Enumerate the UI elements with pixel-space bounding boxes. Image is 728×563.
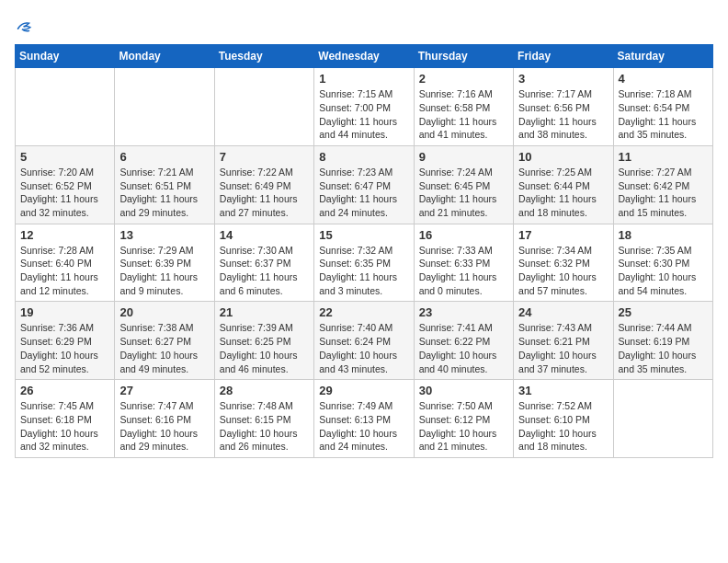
day-info: Sunrise: 7:20 AM Sunset: 6:52 PM Dayligh… — [20, 166, 109, 220]
calendar-cell: 5Sunrise: 7:20 AM Sunset: 6:52 PM Daylig… — [16, 145, 115, 224]
day-number: 10 — [518, 150, 608, 164]
calendar-cell: 13Sunrise: 7:29 AM Sunset: 6:39 PM Dayli… — [115, 224, 214, 302]
day-number: 3 — [518, 72, 608, 86]
week-row-2: 5Sunrise: 7:20 AM Sunset: 6:52 PM Daylig… — [16, 145, 713, 224]
day-info: Sunrise: 7:52 AM Sunset: 6:10 PM Dayligh… — [518, 399, 608, 454]
day-number: 16 — [419, 228, 508, 242]
day-info: Sunrise: 7:39 AM Sunset: 6:25 PM Dayligh… — [220, 321, 309, 375]
day-number: 19 — [20, 305, 109, 319]
day-number: 6 — [119, 150, 209, 164]
logo-bird-icon — [17, 18, 33, 35]
day-info: Sunrise: 7:30 AM Sunset: 6:37 PM Dayligh… — [220, 244, 309, 298]
calendar-cell: 3Sunrise: 7:17 AM Sunset: 6:56 PM Daylig… — [514, 68, 613, 146]
week-row-3: 12Sunrise: 7:28 AM Sunset: 6:40 PM Dayli… — [16, 224, 713, 302]
calendar-cell: 24Sunrise: 7:43 AM Sunset: 6:21 PM Dayli… — [514, 302, 613, 380]
calendar-cell: 27Sunrise: 7:47 AM Sunset: 6:16 PM Dayli… — [115, 380, 214, 458]
day-info: Sunrise: 7:29 AM Sunset: 6:39 PM Dayligh… — [119, 244, 209, 298]
calendar-cell: 17Sunrise: 7:34 AM Sunset: 6:32 PM Dayli… — [514, 224, 613, 302]
header-saturday: Saturday — [613, 45, 712, 68]
day-info: Sunrise: 7:45 AM Sunset: 6:18 PM Dayligh… — [20, 399, 109, 454]
day-number: 26 — [20, 384, 109, 397]
day-number: 30 — [419, 384, 508, 397]
day-number: 14 — [220, 228, 309, 242]
day-info: Sunrise: 7:28 AM Sunset: 6:40 PM Dayligh… — [20, 244, 109, 298]
day-info: Sunrise: 7:49 AM Sunset: 6:13 PM Dayligh… — [319, 399, 408, 454]
day-info: Sunrise: 7:44 AM Sunset: 6:19 PM Dayligh… — [619, 321, 708, 375]
calendar-cell: 9Sunrise: 7:24 AM Sunset: 6:45 PM Daylig… — [414, 145, 513, 224]
calendar-cell: 28Sunrise: 7:48 AM Sunset: 6:15 PM Dayli… — [214, 380, 313, 458]
day-number: 4 — [619, 72, 708, 86]
day-number: 27 — [119, 384, 209, 397]
week-row-4: 19Sunrise: 7:36 AM Sunset: 6:29 PM Dayli… — [16, 302, 713, 380]
logo — [15, 15, 33, 37]
day-info: Sunrise: 7:32 AM Sunset: 6:35 PM Dayligh… — [319, 244, 408, 298]
day-number: 9 — [419, 150, 508, 164]
calendar-cell: 14Sunrise: 7:30 AM Sunset: 6:37 PM Dayli… — [214, 224, 313, 302]
day-number: 1 — [319, 72, 408, 86]
calendar-cell: 8Sunrise: 7:23 AM Sunset: 6:47 PM Daylig… — [314, 145, 414, 224]
day-info: Sunrise: 7:43 AM Sunset: 6:21 PM Dayligh… — [518, 321, 608, 375]
logo-general — [15, 15, 33, 37]
calendar-cell: 10Sunrise: 7:25 AM Sunset: 6:44 PM Dayli… — [514, 145, 613, 224]
calendar-cell: 31Sunrise: 7:52 AM Sunset: 6:10 PM Dayli… — [514, 380, 613, 458]
day-info: Sunrise: 7:21 AM Sunset: 6:51 PM Dayligh… — [119, 166, 209, 220]
day-info: Sunrise: 7:27 AM Sunset: 6:42 PM Dayligh… — [619, 166, 708, 220]
day-number: 13 — [119, 228, 209, 242]
day-number: 11 — [619, 150, 708, 164]
calendar-cell: 4Sunrise: 7:18 AM Sunset: 6:54 PM Daylig… — [613, 68, 712, 146]
header-wednesday: Wednesday — [314, 45, 414, 68]
calendar-cell: 1Sunrise: 7:15 AM Sunset: 7:00 PM Daylig… — [314, 68, 414, 146]
calendar-cell: 16Sunrise: 7:33 AM Sunset: 6:33 PM Dayli… — [414, 224, 513, 302]
calendar-cell: 6Sunrise: 7:21 AM Sunset: 6:51 PM Daylig… — [115, 145, 214, 224]
calendar-cell — [214, 68, 313, 146]
day-info: Sunrise: 7:50 AM Sunset: 6:12 PM Dayligh… — [419, 399, 508, 454]
calendar-cell: 15Sunrise: 7:32 AM Sunset: 6:35 PM Dayli… — [314, 224, 414, 302]
calendar-cell: 26Sunrise: 7:45 AM Sunset: 6:18 PM Dayli… — [16, 380, 115, 458]
day-number: 7 — [220, 150, 309, 164]
day-info: Sunrise: 7:41 AM Sunset: 6:22 PM Dayligh… — [419, 321, 508, 375]
calendar-cell: 11Sunrise: 7:27 AM Sunset: 6:42 PM Dayli… — [613, 145, 712, 224]
calendar-cell: 25Sunrise: 7:44 AM Sunset: 6:19 PM Dayli… — [613, 302, 712, 380]
day-number: 29 — [319, 384, 408, 397]
day-info: Sunrise: 7:22 AM Sunset: 6:49 PM Dayligh… — [220, 166, 309, 220]
day-info: Sunrise: 7:35 AM Sunset: 6:30 PM Dayligh… — [619, 244, 708, 298]
calendar-cell — [613, 380, 712, 458]
day-number: 24 — [518, 305, 608, 319]
calendar-cell: 12Sunrise: 7:28 AM Sunset: 6:40 PM Dayli… — [16, 224, 115, 302]
day-info: Sunrise: 7:47 AM Sunset: 6:16 PM Dayligh… — [119, 399, 209, 454]
day-info: Sunrise: 7:23 AM Sunset: 6:47 PM Dayligh… — [319, 166, 408, 220]
day-info: Sunrise: 7:48 AM Sunset: 6:15 PM Dayligh… — [220, 399, 309, 454]
week-row-1: 1Sunrise: 7:15 AM Sunset: 7:00 PM Daylig… — [16, 68, 713, 146]
header-friday: Friday — [514, 45, 613, 68]
header-thursday: Thursday — [414, 45, 513, 68]
calendar-cell — [16, 68, 115, 146]
day-number: 15 — [319, 228, 408, 242]
calendar-cell — [115, 68, 214, 146]
header-monday: Monday — [115, 45, 214, 68]
calendar-table: SundayMondayTuesdayWednesdayThursdayFrid… — [15, 44, 713, 458]
day-number: 17 — [518, 228, 608, 242]
day-number: 8 — [319, 150, 408, 164]
day-info: Sunrise: 7:17 AM Sunset: 6:56 PM Dayligh… — [518, 87, 608, 142]
day-info: Sunrise: 7:24 AM Sunset: 6:45 PM Dayligh… — [419, 166, 508, 220]
day-number: 20 — [119, 305, 209, 319]
day-number: 25 — [619, 305, 708, 319]
page-header — [15, 15, 713, 37]
header-sunday: Sunday — [16, 45, 115, 68]
calendar-cell: 20Sunrise: 7:38 AM Sunset: 6:27 PM Dayli… — [115, 302, 214, 380]
day-number: 31 — [518, 384, 608, 397]
day-number: 2 — [419, 72, 508, 86]
calendar-cell: 19Sunrise: 7:36 AM Sunset: 6:29 PM Dayli… — [16, 302, 115, 380]
day-info: Sunrise: 7:38 AM Sunset: 6:27 PM Dayligh… — [119, 321, 209, 375]
day-number: 22 — [319, 305, 408, 319]
calendar-cell: 18Sunrise: 7:35 AM Sunset: 6:30 PM Dayli… — [613, 224, 712, 302]
day-info: Sunrise: 7:36 AM Sunset: 6:29 PM Dayligh… — [20, 321, 109, 375]
day-number: 5 — [20, 150, 109, 164]
day-info: Sunrise: 7:25 AM Sunset: 6:44 PM Dayligh… — [518, 166, 608, 220]
day-info: Sunrise: 7:33 AM Sunset: 6:33 PM Dayligh… — [419, 244, 508, 298]
calendar-cell: 21Sunrise: 7:39 AM Sunset: 6:25 PM Dayli… — [214, 302, 313, 380]
calendar-cell: 2Sunrise: 7:16 AM Sunset: 6:58 PM Daylig… — [414, 68, 513, 146]
day-info: Sunrise: 7:40 AM Sunset: 6:24 PM Dayligh… — [319, 321, 408, 375]
day-number: 12 — [20, 228, 109, 242]
day-number: 18 — [619, 228, 708, 242]
